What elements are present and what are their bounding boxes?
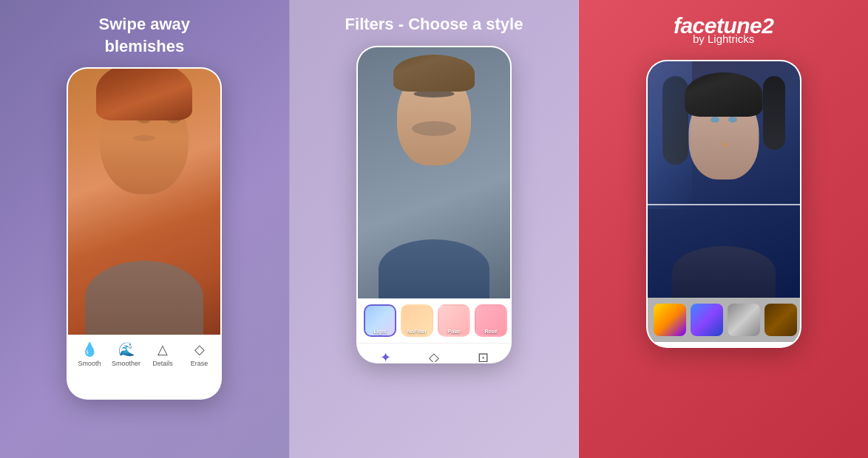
- panel-1-title: Swipe away blemishes: [99, 13, 191, 57]
- filter-polar[interactable]: Polar: [438, 304, 470, 337]
- toolbar-erase-2[interactable]: ◇ Erase: [418, 349, 450, 363]
- portrait-area-3: [648, 61, 800, 298]
- filter-nofilter[interactable]: NoFilter: [401, 304, 433, 337]
- portrait-image-2: [358, 47, 510, 298]
- phone-frame-1: 💧 Smooth 🌊 Smoother △ Details ◇ Erase: [67, 67, 222, 400]
- panel-filters: Filters - Choose a style Light NoFilter …: [290, 0, 580, 458]
- effect-sparkle[interactable]: [764, 304, 797, 336]
- portrait-body-2: [379, 239, 489, 298]
- erase-icon: ◇: [194, 341, 205, 358]
- panel-brand: facetune2 by Lightricks: [579, 0, 868, 458]
- portrait-area-2: [358, 47, 510, 298]
- apply-icon: ⊡: [478, 349, 489, 363]
- erase2-icon: ◇: [429, 349, 439, 363]
- portrait-body-3: [672, 246, 776, 298]
- filter-light[interactable]: Light: [364, 304, 396, 337]
- toolbar-smooth[interactable]: 💧 Smooth: [73, 341, 106, 367]
- effect-blue-flare[interactable]: [691, 304, 723, 336]
- smooth-label: Smooth: [78, 360, 101, 367]
- toolbar-erase[interactable]: ◇ Erase: [183, 341, 216, 367]
- smoother-label: Smoother: [112, 360, 140, 367]
- erase-label: Erase: [191, 360, 208, 367]
- effect-strip: [648, 298, 800, 342]
- filter-strip: Light NoFilter Polar Rosé Go: [358, 298, 510, 343]
- portrait-image-3: [648, 61, 800, 298]
- filter-rose[interactable]: Rosé: [475, 304, 507, 337]
- toolbar-smoother[interactable]: 🌊 Smoother: [110, 341, 143, 367]
- toolbar-details[interactable]: △ Details: [146, 341, 179, 367]
- portrait-image-1: [68, 69, 220, 335]
- filters-icon: ✦: [380, 349, 391, 363]
- details-label: Details: [152, 360, 173, 367]
- phone-frame-2: Light NoFilter Polar Rosé Go ✦ Filters ◇: [356, 46, 512, 363]
- phone-frame-3: [646, 60, 801, 348]
- panel-blemishes: Swipe away blemishes 💧 Smooth 🌊 Smoother: [0, 0, 290, 458]
- toolbar-filters[interactable]: ✦ Filters: [369, 349, 401, 363]
- portrait-body-1: [85, 261, 203, 335]
- effect-rainbow[interactable]: [654, 304, 686, 336]
- brand-subtitle: by Lightricks: [674, 33, 774, 45]
- toolbar-1: 💧 Smooth 🌊 Smoother △ Details ◇ Erase: [68, 335, 220, 373]
- smoother-icon: 🌊: [118, 341, 135, 358]
- portrait-area-1: [68, 69, 220, 335]
- toolbar-2: ✦ Filters ◇ Erase ⊡ Apply: [358, 343, 510, 363]
- smooth-icon: 💧: [81, 341, 98, 358]
- effect-line-flare[interactable]: [728, 304, 760, 336]
- toolbar-apply[interactable]: ⊡ Apply: [467, 349, 499, 363]
- panel-2-title: Filters - Choose a style: [345, 13, 523, 35]
- details-icon: △: [157, 341, 168, 358]
